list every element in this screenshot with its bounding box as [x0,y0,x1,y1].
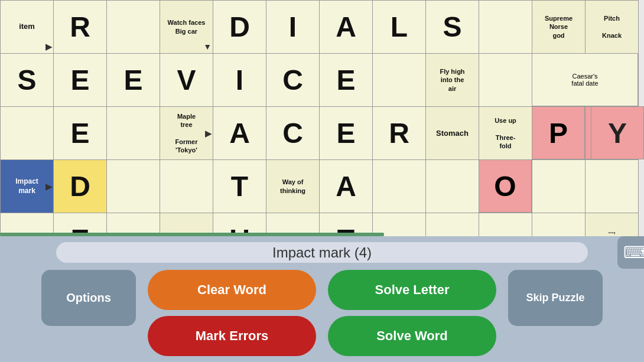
crossword-grid: item R Watch facesBig car D I A L S Supr… [0,0,644,236]
cell-r1c4[interactable]: I [213,54,266,107]
skip-puzzle-button[interactable]: Skip Puzzle [508,270,603,326]
cell-r1c0[interactable]: S [1,54,54,107]
solve-letter-button[interactable]: Solve Letter [328,270,496,310]
clue-stomach[interactable]: Stomach [426,107,479,160]
cell-p[interactable]: P [532,106,585,159]
cell-r3c3[interactable] [160,160,213,213]
clue-mapletree[interactable]: MapletreeFormer'Tokyo' [160,107,213,160]
center-left-buttons: Clear Word Mark Errors [148,270,316,356]
cell-r0c8[interactable]: S [426,1,479,54]
clue-bar: Impact mark (4) ⌨ [56,242,588,263]
bottom-panel: Impact mark (4) ⌨ Options Clear Word Mar… [0,236,644,362]
cell-r3c10 [532,160,586,213]
clue-useup[interactable]: Use upThree-fold [479,107,532,160]
clue-caesar[interactable]: Caesar'sfatal date [532,53,638,106]
cell-r3c6[interactable]: A [320,160,373,213]
cell-r0c4[interactable]: D [213,1,266,54]
cell-r1c1[interactable]: E [54,54,107,107]
keyboard-button[interactable]: ⌨ [617,236,644,269]
clue-pitch[interactable]: PitchKnack [586,1,639,54]
options-button[interactable]: Options [41,270,136,326]
cell-r2c4[interactable]: A [213,107,266,160]
cell-r4c9 [479,213,532,237]
cell-r0c6[interactable]: A [320,1,373,54]
cell-r3c8 [426,160,479,213]
buttons-row: Options Clear Word Mark Errors Solve Let… [0,270,644,356]
center-right-buttons: Solve Letter Solve Word [328,270,496,356]
cell-r2c5[interactable]: C [266,107,320,160]
cell-r0c2 [107,1,160,54]
cell-r3c2[interactable] [107,160,160,213]
cell-o-r3[interactable]: O [479,159,532,213]
cell-r1c3[interactable]: V [160,54,213,107]
clue-text: Impact mark (4) [272,244,372,261]
clue-item[interactable]: item [1,1,54,54]
cell-r0c5[interactable]: I [266,1,320,54]
cell-r4c8 [426,213,479,237]
cell-r3c11 [586,160,639,213]
cell-r3c4[interactable]: T [213,160,266,213]
cell-r1c7 [373,54,426,107]
cell-r1c5[interactable]: C [266,54,320,107]
cell-r2c1[interactable]: E [54,107,107,160]
cell-r0c1[interactable]: R [54,1,107,54]
clue-flyhigh[interactable]: Fly highinto theair [426,54,479,107]
clear-word-button[interactable]: Clear Word [148,270,316,310]
cell-r1c2[interactable]: E [107,54,160,107]
cell-r1c9 [479,54,532,107]
clue-impactmark[interactable]: Impactmark [1,160,54,213]
cell-r3c7 [373,160,426,213]
progress-bar [0,233,384,236]
cell-r2c0 [1,107,54,160]
cell-r2c7[interactable]: R [373,107,426,160]
cell-y[interactable]: Y [591,106,644,159]
cell-r2c2 [107,107,160,160]
cell-r1c6[interactable]: E [320,54,373,107]
mark-errors-button[interactable]: Mark Errors [148,316,316,356]
cell-r4c10 [532,213,586,237]
cell-r2c6[interactable]: E [320,107,373,160]
cell-r0c9 [479,1,532,54]
cell-r3c1[interactable]: D [54,160,107,213]
solve-word-button[interactable]: Solve Word [328,316,496,356]
clue-watchfaces[interactable]: Watch facesBig car [160,1,213,54]
clue-ryan[interactable]: ...,Ryanactress [586,213,639,237]
cell-r0c7[interactable]: L [373,1,426,54]
clue-supreme[interactable]: SupremeNorsegod [532,1,586,54]
keyboard-icon: ⌨ [623,243,644,262]
clue-waythinking[interactable]: Way ofthinking [266,160,320,213]
